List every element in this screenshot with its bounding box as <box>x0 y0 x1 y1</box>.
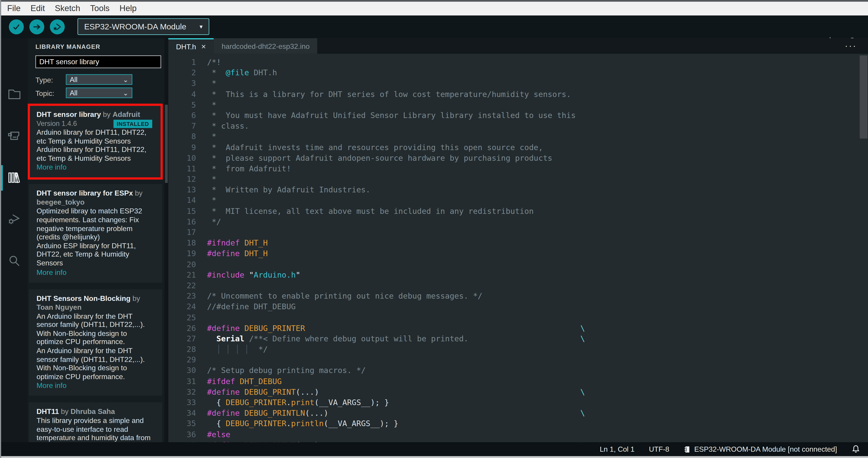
code-text: #define DEBUG_PRINT(...) \ <box>207 387 585 397</box>
code-line: 18#ifndef DHT_H <box>168 238 859 249</box>
code-line: 32#define DEBUG_PRINT(...) \ <box>168 387 859 397</box>
code-text: * class. <box>207 121 249 132</box>
code-line: 30/* Setup debug printing macros. */ <box>168 366 859 376</box>
more-info-link[interactable]: More info <box>37 163 156 172</box>
code-text: * <box>207 100 216 110</box>
code-text: │ │ │ │ */ <box>207 344 268 355</box>
code-line: 4 * This is a library for DHT series of … <box>168 89 859 100</box>
menu-edit[interactable]: Edit <box>26 2 50 15</box>
debug-icon <box>53 22 62 31</box>
library-card[interactable]: DHT sensor library by AdafruitVersion 1.… <box>29 105 162 178</box>
sidebar-item-search[interactable] <box>1 248 28 275</box>
cursor-position: Ln 1, Col 1 <box>600 445 634 454</box>
code-line: 8 * <box>168 132 859 142</box>
library-author: Adafruit <box>113 110 140 119</box>
status-bar: Ln 1, Col 1 UTF-8 ESP32-WROOM-DA Module … <box>1 442 868 456</box>
code-editor[interactable]: 1/*!2 * @file DHT.h3 *4 * This is a libr… <box>168 54 859 442</box>
code-line: 21#include "Arduino.h" <box>168 270 859 280</box>
library-description-line: sensor family (DHT11, DHT22,...). <box>37 355 156 364</box>
line-number: 34 <box>168 408 196 419</box>
line-number: 21 <box>168 270 196 280</box>
close-icon[interactable]: ✕ <box>201 43 206 50</box>
menu-file[interactable]: File <box>2 2 26 15</box>
line-number: 28 <box>168 344 196 355</box>
library-books-icon <box>7 171 22 185</box>
search-icon <box>7 254 22 268</box>
more-info-link[interactable]: More info <box>37 268 156 277</box>
folder-icon <box>7 88 22 101</box>
library-description-line: An Arduino library for the DHT <box>37 312 156 320</box>
library-author: beegee_tokyo <box>37 198 156 207</box>
sidebar-item-debug[interactable] <box>1 206 28 233</box>
chevron-down-icon: ⌄ <box>123 77 128 83</box>
line-number: 30 <box>168 366 196 376</box>
type-filter-value: All <box>70 76 78 83</box>
line-number: 23 <box>168 291 196 302</box>
code-text: #else <box>207 429 230 440</box>
code-line: 33 { DEBUG_PRINTER.print(__VA_ARGS__); } <box>168 397 859 408</box>
library-card[interactable]: DHT Sensors Non-Blocking byToan NguyenAn… <box>29 289 162 396</box>
verify-button[interactable] <box>9 19 24 34</box>
tab-DHT.h[interactable]: DHT.h✕ <box>168 38 214 54</box>
library-author: Toan Nguyen <box>37 303 156 312</box>
library-card[interactable]: DHT11 by Dhruba SahaThis library provide… <box>29 403 162 442</box>
code-text: { DEBUG_PRINTER.println(__VA_ARGS__); } <box>207 419 398 429</box>
code-text: * MIT license, all text above must be in… <box>207 206 534 217</box>
type-filter-select[interactable]: All ⌄ <box>66 75 132 85</box>
sidebar-item-boards-manager[interactable] <box>1 122 28 149</box>
sidebar-item-sketchbook[interactable] <box>1 81 28 108</box>
library-description-line: This library provides a simple and <box>37 417 156 425</box>
code-line: 6 * You must have Adafruit Unified Senso… <box>168 110 859 121</box>
library-description-line: optimize CPU performance. <box>37 372 156 381</box>
line-number: 31 <box>168 376 196 387</box>
code-text: #ifndef DHT_H <box>207 238 268 249</box>
code-line: 17 <box>168 227 859 238</box>
library-description-line: negative temperature problem <box>37 224 156 233</box>
code-text: * <box>207 79 216 89</box>
library-name: DHT sensor library for ESPx <box>37 189 133 198</box>
line-number: 3 <box>168 79 196 89</box>
menu-help[interactable]: Help <box>115 2 142 15</box>
tab-overflow-menu[interactable]: ··· <box>841 38 860 54</box>
library-author: Dhruba Saha <box>70 408 115 416</box>
installed-badge: INSTALLED <box>113 120 152 128</box>
tab-hardcoded-dht22-esp32.ino[interactable]: hardcoded-dht22-esp32.ino <box>214 38 317 54</box>
library-description-line: Arduino library for DHT11, DHT22, <box>37 128 156 137</box>
library-description-line: Arduino library for DHT11, DHT22, <box>37 145 156 154</box>
library-description-line: With Non-Blocking design to <box>37 329 156 338</box>
line-number: 4 <box>168 89 196 100</box>
menu-tools[interactable]: Tools <box>85 2 115 15</box>
menu-sketch[interactable]: Sketch <box>50 2 85 15</box>
code-text: /*! <box>207 57 221 68</box>
panel-title: LIBRARY MANAGER <box>35 43 100 50</box>
board-status[interactable]: ESP32-WROOM-DA Module [not connected] <box>684 445 837 454</box>
debug-button[interactable] <box>50 19 65 34</box>
more-info-link[interactable]: More info <box>37 381 156 390</box>
code-line: 25 <box>168 312 859 323</box>
upload-button[interactable] <box>29 19 44 34</box>
code-line: 37#define DEBUG_PRINT(...) \ <box>168 440 859 442</box>
topic-filter-select[interactable]: All ⌄ <box>66 87 132 98</box>
editor-scrollbar-thumb[interactable] <box>860 55 867 139</box>
library-name: DHT Sensors Non-Blocking <box>37 294 130 303</box>
library-by: by <box>130 294 140 303</box>
library-search-input[interactable] <box>35 55 161 68</box>
code-text: * Written by Adafruit Industries. <box>207 185 370 195</box>
code-text: { DEBUG_PRINTER.print(__VA_ARGS__); } <box>207 397 389 408</box>
line-number: 33 <box>168 397 196 408</box>
library-by: by <box>101 110 113 119</box>
line-number: 36 <box>168 429 196 440</box>
code-text: #include "Arduino.h" <box>207 270 300 280</box>
line-number: 8 <box>168 132 196 142</box>
board-selector[interactable]: ESP32-WROOM-DA Module ▾ <box>78 19 209 35</box>
code-line: 3 * <box>168 79 859 89</box>
sidebar-item-library-manager[interactable] <box>1 165 28 191</box>
editor-scrollbar-track <box>859 54 868 442</box>
notifications-button[interactable] <box>851 445 860 454</box>
panel-scrollbar-thumb[interactable] <box>165 105 167 183</box>
library-card[interactable]: DHT sensor library for ESPx bybeegee_tok… <box>29 184 162 282</box>
line-number: 11 <box>168 164 196 174</box>
code-line: 35 { DEBUG_PRINTER.println(__VA_ARGS__);… <box>168 419 859 429</box>
code-text: * <box>207 195 216 206</box>
debug-bug-icon <box>7 213 22 226</box>
